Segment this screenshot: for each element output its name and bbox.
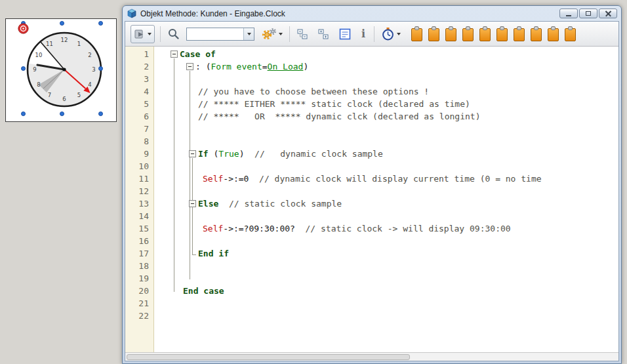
selection-handle-ne[interactable]	[98, 21, 103, 26]
code-line[interactable]	[154, 124, 618, 136]
code-line[interactable]: // you have to choose between these opti…	[154, 87, 618, 99]
code-token: End case	[183, 286, 224, 296]
code-line[interactable]: // ***** EITHER ***** static clock (decl…	[154, 99, 618, 111]
collapse-all-button[interactable]	[295, 27, 311, 41]
clipboard-icon[interactable]	[428, 28, 439, 41]
line-number: 11	[125, 174, 153, 186]
clipboard-icon[interactable]	[462, 28, 474, 41]
fold-toggle-icon[interactable]	[171, 51, 178, 58]
window-content: i 12345678910111213141516171819202122 Ca…	[125, 21, 619, 361]
horizontal-scrollbar[interactable]	[125, 352, 618, 361]
line-number: 22	[125, 311, 153, 323]
expand-all-button[interactable]	[316, 27, 332, 41]
code-line[interactable]: : (Form event=On Load)	[154, 62, 618, 74]
line-number: 5	[125, 99, 153, 111]
macros-button[interactable]	[337, 26, 353, 42]
toolbar-separator	[289, 26, 290, 42]
clipboard-clip	[534, 26, 538, 30]
combobox-dropdown-button[interactable]	[243, 28, 254, 40]
code-line[interactable]	[154, 236, 618, 249]
clock-dropdown-arrow-icon[interactable]	[397, 33, 401, 35]
stopwatch-icon	[381, 27, 395, 41]
fold-toggle-icon[interactable]	[189, 200, 196, 207]
search-button[interactable]	[166, 26, 181, 41]
toolbar-separator	[374, 26, 374, 42]
selection-handle-w[interactable]	[21, 66, 26, 71]
code-token: Self	[203, 224, 223, 233]
code-token: // dynamic clock will display current ti…	[249, 174, 541, 184]
code-line[interactable]: Else // static clock sample	[154, 199, 618, 211]
code-token: ->:=0	[223, 174, 249, 184]
code-line[interactable]	[154, 186, 618, 199]
code-line[interactable]	[154, 298, 618, 311]
code-line[interactable]	[154, 136, 618, 149]
clipboard-icon[interactable]	[548, 28, 559, 41]
code-line[interactable]	[154, 161, 618, 174]
window-title: Objekt Methode: Kunden - Eingabe.Clock	[140, 9, 285, 18]
combobox-arrow-icon	[247, 33, 251, 35]
clipboard-icon[interactable]	[411, 28, 422, 41]
settings-dropdown-arrow-icon[interactable]	[279, 33, 283, 35]
settings-button[interactable]	[260, 26, 284, 42]
titlebar[interactable]: Objekt Methode: Kunden - Eingabe.Clock	[123, 6, 621, 21]
code-line[interactable]: If (True) // dynamic clock sample	[154, 149, 618, 161]
macros-icon	[338, 28, 352, 41]
clipboard-icon[interactable]	[531, 28, 542, 41]
clipboard-icon[interactable]	[496, 28, 508, 41]
clipboard-icon[interactable]	[514, 28, 525, 41]
fold-toggle-icon[interactable]	[189, 150, 196, 157]
close-icon	[605, 10, 611, 16]
clock-number: 12	[60, 37, 69, 43]
close-button[interactable]	[599, 9, 617, 18]
code-editor[interactable]: 12345678910111213141516171819202122 Case…	[125, 47, 618, 352]
clock-number: 5	[75, 92, 84, 98]
code-token: // dynamic clock sample	[244, 149, 382, 159]
clipboard-group	[411, 26, 576, 41]
execute-method-icon	[134, 28, 146, 40]
method-search-combobox[interactable]	[186, 28, 254, 41]
fold-toggle-icon[interactable]	[186, 63, 193, 70]
code-line[interactable]: End case	[154, 286, 618, 298]
code-token: =	[262, 62, 268, 71]
code-line[interactable]	[154, 273, 618, 286]
code-area[interactable]: Case of: (Form event=On Load)// you have…	[154, 47, 618, 352]
clock-number: 10	[34, 52, 43, 58]
clipboard-icon[interactable]	[479, 28, 491, 41]
clipboard-icon[interactable]	[565, 28, 576, 41]
clipboard-clip	[449, 26, 453, 30]
code-token: On Load	[268, 62, 304, 71]
code-line[interactable]	[154, 261, 618, 273]
clipboard-clip	[483, 26, 487, 30]
clock-form-object[interactable]: 121234567891011	[5, 18, 117, 122]
code-line[interactable]: End if	[154, 249, 618, 261]
info-button[interactable]: i	[358, 26, 369, 41]
code-line[interactable]: Self->:=?09:30:00? // static clock -> wi…	[154, 224, 618, 236]
code-line[interactable]: Case of	[154, 49, 618, 62]
selection-handle-e[interactable]	[98, 66, 103, 71]
code-line[interactable]: // ***** OR ***** dynamic clck (declared…	[154, 111, 618, 124]
selection-handle-se[interactable]	[98, 111, 103, 116]
horizontal-scrollbar-thumb[interactable]	[127, 354, 410, 360]
code-line[interactable]	[154, 74, 618, 87]
code-line[interactable]	[154, 211, 618, 224]
selection-handle-n[interactable]	[60, 21, 64, 26]
clock-type-button[interactable]	[380, 26, 402, 42]
clipboard-clip	[568, 26, 573, 30]
clipboard-clip	[415, 26, 419, 30]
line-number: 20	[125, 286, 153, 298]
code-token: // you have to choose between these opti…	[198, 87, 429, 96]
object-method-badge-icon[interactable]	[18, 23, 29, 34]
selection-handle-s[interactable]	[60, 111, 64, 116]
execute-method-button[interactable]	[131, 25, 155, 43]
line-number: 14	[125, 211, 153, 224]
clipboard-icon[interactable]	[445, 28, 456, 41]
code-line[interactable]	[154, 311, 618, 323]
code-line[interactable]: Self->:=0 // dynamic clock will display …	[154, 174, 618, 186]
minimize-button[interactable]	[559, 9, 578, 18]
code-token: End if	[198, 249, 229, 258]
execute-dropdown-arrow-icon[interactable]	[148, 33, 152, 35]
maximize-button[interactable]	[579, 9, 597, 18]
clock-center-dot	[62, 68, 66, 71]
code-token: // static clock -> will display 09:30:00	[295, 224, 511, 233]
selection-handle-sw[interactable]	[21, 111, 26, 116]
